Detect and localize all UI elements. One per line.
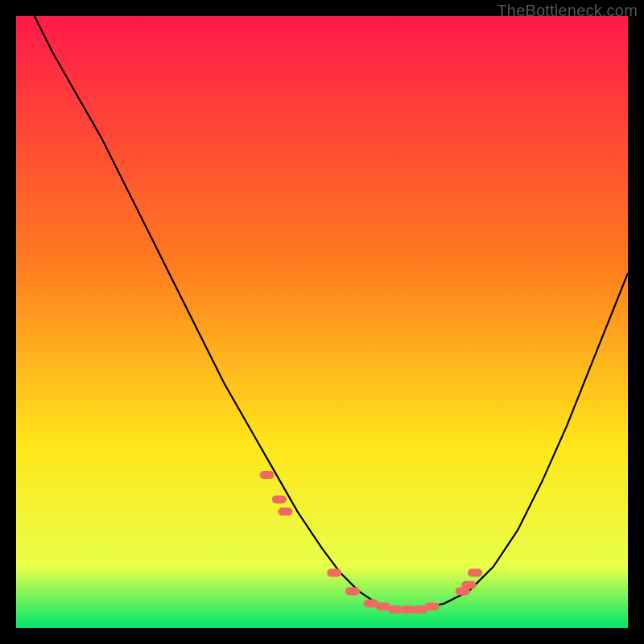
gradient-background [16,16,628,628]
data-point [461,581,476,589]
data-point [345,587,360,595]
watermark-text: TheBottleneck.com [497,2,638,20]
data-point [425,602,440,610]
bottleneck-chart [16,16,628,628]
data-point [327,569,341,577]
data-point [272,495,287,503]
chart-frame [16,16,628,628]
data-point [468,569,482,577]
data-point [278,508,292,516]
data-point [260,471,275,479]
